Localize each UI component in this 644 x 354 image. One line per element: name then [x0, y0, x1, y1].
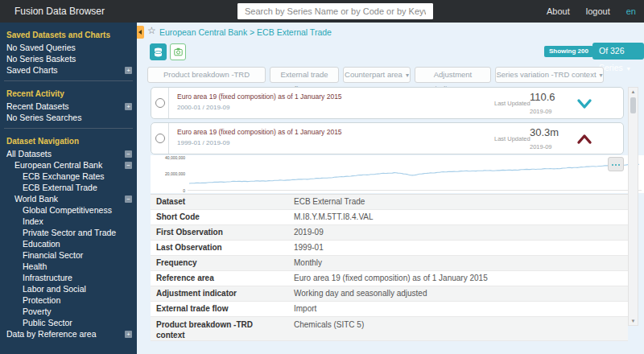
sidebar: Saved Datasets and Charts No Saved Queri… [0, 23, 137, 354]
vertical-scrollbar[interactable]: ▲ ▼ [628, 87, 638, 326]
table-row: First Observation2019-09 [151, 225, 628, 241]
chevron-down-icon: ▾ [627, 65, 630, 72]
series-latest-date: 2019-09 [530, 108, 552, 115]
table-row: Adjustment indicatorWorking day and seas… [151, 286, 628, 302]
table-row: Last Observation1999-01 [151, 241, 628, 256]
sidebar-item-education[interactable]: Education [0, 238, 137, 249]
logout-link[interactable]: logout [586, 6, 610, 16]
last-updated-label: Last Updated [494, 100, 530, 107]
table-row: DatasetECB External Trade [151, 195, 628, 210]
data-view-button[interactable] [150, 43, 167, 60]
camera-icon [174, 47, 183, 56]
top-bar: Fusion Data Browser About logout en [0, 0, 644, 23]
collapse-icon[interactable]: − [125, 162, 132, 169]
filter-series-variation[interactable]: Series variation -TRD context▾ [495, 67, 604, 83]
sidebar-item-european-central-bank[interactable]: European Central Bank− [0, 159, 137, 171]
chevron-down-icon[interactable] [576, 98, 592, 109]
radio-cell [151, 88, 169, 118]
chart-snapshot-button[interactable] [170, 43, 186, 60]
collapse-icon[interactable]: − [125, 196, 132, 203]
app-title: Fusion Data Browser [14, 0, 105, 23]
filter-counterpart-area[interactable]: Counterpart area▾ [343, 67, 411, 83]
chevron-up-icon[interactable] [576, 134, 592, 145]
expand-icon[interactable]: + [125, 67, 132, 74]
chart-options-button[interactable] [608, 157, 624, 171]
sidebar-item-global-competitiveness-index[interactable]: Global Competitiveness Index [0, 204, 137, 227]
series-latest-value: 30.3m [530, 126, 559, 138]
sidebar-item-financial-sector[interactable]: Financial Sector [0, 249, 137, 261]
scroll-up-icon[interactable]: ▲ [629, 88, 638, 96]
chevron-down-icon: ▾ [406, 72, 409, 79]
filter-product-breakdown[interactable]: Product breakdown -TRD context▾ [147, 67, 266, 83]
trend-line-chart: 40,000,000 20,000,000 0 [151, 155, 644, 193]
sidebar-collapse-button[interactable] [137, 26, 144, 39]
series-radio[interactable] [155, 98, 165, 108]
language-selector[interactable]: en [626, 6, 636, 16]
last-updated-label: Last Updated [494, 135, 530, 142]
sidebar-section-header: Saved Datasets and Charts [0, 27, 137, 42]
sidebar-item-no-saved-queries[interactable]: No Saved Queries [0, 42, 137, 53]
table-row: Product breakdown -TRD contextChemicals … [151, 317, 628, 341]
table-row: External trade flowImport [151, 302, 628, 317]
sidebar-item-no-series-searches[interactable]: No Series Searches [0, 112, 137, 123]
series-date-range: 2000-01 / 2019-09 [177, 104, 229, 111]
sidebar-item-labor-and-social-protection[interactable]: Labor and Social Protection [0, 283, 137, 306]
y-axis-tick: 40,000,000 [151, 155, 185, 160]
series-details-table: DatasetECB External Trade Short CodeM.I8… [151, 194, 628, 341]
sidebar-item-recent-datasets[interactable]: Recent Datasets+ [0, 101, 137, 112]
series-latest-value: 110.6 [530, 91, 555, 103]
sidebar-section-header: Dataset Navigation [0, 134, 137, 148]
expand-icon[interactable]: + [125, 331, 132, 338]
sidebar-divider [4, 128, 133, 129]
table-row: Short CodeM.I8.Y.M.5TT.I8.4.VAL [151, 210, 628, 225]
sidebar-item-all-datasets[interactable]: All Datasets− [0, 148, 137, 159]
sidebar-item-poverty[interactable]: Poverty [0, 306, 137, 317]
scroll-down-icon[interactable]: ▼ [629, 317, 638, 325]
scrollbar-thumb[interactable] [630, 97, 636, 113]
ellipsis-icon [612, 164, 613, 166]
filter-adjustment-indicator[interactable]: Adjustment indicator▾ [415, 67, 491, 83]
series-date-range: 1999-01 / 2019-09 [177, 139, 229, 146]
sidebar-item-saved-charts[interactable]: Saved Charts+ [0, 64, 137, 76]
radio-cell [151, 123, 169, 154]
series-title: Euro area 19 (fixed composition) as of 1… [177, 128, 342, 136]
line-series [188, 155, 642, 193]
sidebar-item-ecb-external-trade[interactable]: ECB External Trade [0, 182, 137, 193]
arrow-left-icon [138, 30, 142, 35]
star-icon[interactable]: ☆ [147, 25, 156, 36]
sidebar-item-world-bank[interactable]: World Bank− [0, 193, 137, 204]
about-link[interactable]: About [547, 6, 570, 16]
sidebar-section-header: Recent Activity [0, 86, 137, 101]
sidebar-divider [4, 80, 133, 81]
sidebar-item-infrastructure[interactable]: Infrastructure [0, 272, 137, 283]
database-icon [154, 47, 163, 57]
series-title: Euro area 19 (fixed composition) as of 1… [177, 93, 342, 101]
main-content: ☆ European Central Bank > ECB External T… [137, 23, 644, 354]
sidebar-item-public-sector[interactable]: Public Sector [0, 317, 137, 328]
expand-icon[interactable]: + [125, 103, 132, 110]
series-row[interactable]: Euro area 19 (fixed composition) as of 1… [151, 87, 624, 119]
chevron-down-icon: ▾ [600, 72, 603, 79]
filter-external-trade-flow[interactable]: External trade flow▾ [270, 67, 339, 83]
breadcrumb[interactable]: European Central Bank > ECB External Tra… [159, 27, 332, 37]
collapse-icon[interactable]: − [125, 150, 132, 158]
y-axis-tick: 20,000,000 [151, 171, 185, 176]
sidebar-item-no-series-baskets[interactable]: No Series Baskets [0, 53, 137, 64]
table-row: Reference areaEuro area 19 (fixed compos… [151, 271, 628, 286]
sidebar-item-data-by-reference-area[interactable]: Data by Reference area+ [0, 328, 137, 340]
search-input[interactable] [237, 3, 433, 19]
series-count-dropdown[interactable]: Of 326 Series▾ [592, 43, 644, 60]
sidebar-item-private-sector-and-trade[interactable]: Private Sector and Trade [0, 227, 137, 238]
series-latest-date: 2019-09 [530, 143, 552, 150]
sidebar-item-ecb-exchange-rates[interactable]: ECB Exchange Rates [0, 171, 137, 182]
sidebar-item-health[interactable]: Health [0, 261, 137, 272]
y-axis-tick: 0 [151, 188, 185, 193]
table-row: FrequencyMonthly [151, 256, 628, 271]
showing-count-badge: Showing 200 [544, 46, 593, 57]
series-radio[interactable] [155, 134, 165, 143]
series-row[interactable]: Euro area 19 (fixed composition) as of 1… [151, 122, 624, 154]
